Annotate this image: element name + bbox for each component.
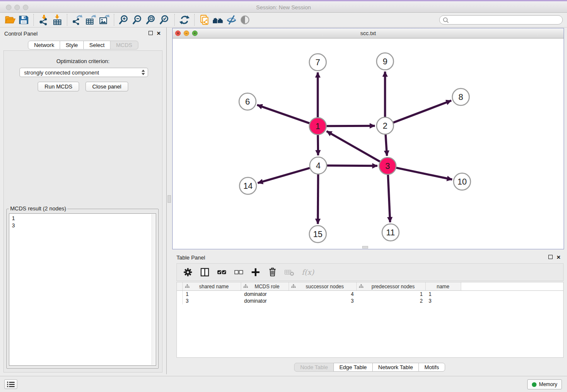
mcds-panel: Optimization criterion: strongly connect… — [3, 50, 162, 373]
float-panel-icon[interactable] — [149, 31, 153, 35]
application-window: Session: New Session — [0, 0, 567, 392]
table-body: 1dominator4113dominator323 — [177, 291, 563, 304]
save-session-icon[interactable] — [17, 14, 30, 26]
graph-edge-1-4[interactable] — [318, 135, 318, 155]
graph-node-label: 15 — [313, 229, 322, 239]
graph-node-label: 14 — [243, 181, 253, 190]
unselect-all-columns-icon[interactable] — [234, 267, 244, 277]
graph-edge-1-6[interactable] — [257, 105, 310, 123]
table-tab-node-table[interactable]: Node Table — [294, 363, 334, 372]
table-cell: 1 — [357, 291, 426, 297]
search-field[interactable] — [439, 15, 563, 25]
float-table-panel-icon[interactable] — [548, 255, 553, 259]
column-header-label: name — [428, 284, 460, 290]
window-title: Session: New Session — [0, 4, 567, 11]
graph-node-label: 10 — [457, 177, 467, 186]
column-header-predecessor-nodes[interactable]: predecessor nodes — [357, 282, 426, 290]
close-panel-icon[interactable]: ✕ — [156, 31, 161, 36]
control-panel-tabs: NetworkStyleSelectMCDS — [0, 41, 166, 50]
criterion-value: strongly connected component — [24, 69, 141, 76]
criterion-dropdown[interactable]: strongly connected component — [19, 68, 148, 77]
node-table: shared nameMCDS rolesuccessor nodesprede… — [176, 282, 564, 358]
show-columns-icon[interactable] — [200, 267, 210, 277]
graph-edge-2-3[interactable] — [385, 134, 387, 156]
graph-node-label: 8 — [458, 92, 463, 102]
add-column-icon[interactable] — [250, 267, 261, 277]
column-header-shared-name[interactable]: shared name — [183, 282, 241, 290]
table-cell: 1 — [183, 291, 241, 297]
dropdown-spinner-icon — [141, 69, 145, 75]
table-tab-network-table[interactable]: Network Table — [372, 363, 419, 372]
tab-network[interactable]: Network — [28, 41, 60, 50]
graph-edge-4-15[interactable] — [318, 174, 318, 224]
run-mcds-button[interactable]: Run MCDS — [38, 82, 79, 91]
search-input[interactable] — [449, 16, 562, 24]
preview-icon[interactable] — [238, 14, 252, 26]
column-header-successor-nodes[interactable]: successor nodes — [289, 282, 357, 290]
zoom-selected-icon[interactable] — [158, 14, 171, 26]
table-cell: 1 — [426, 291, 461, 297]
export-image-icon[interactable] — [97, 14, 111, 26]
result-scrollbar[interactable] — [151, 214, 155, 365]
graph-edge-4-14[interactable] — [258, 168, 310, 183]
zoom-in-icon[interactable] — [117, 14, 131, 26]
toolbar-separator — [33, 14, 34, 26]
search-icon — [443, 17, 449, 23]
export-network-icon[interactable] — [70, 14, 84, 26]
table-tab-edge-table[interactable]: Edge Table — [333, 363, 373, 372]
memory-button[interactable]: Memory — [527, 379, 562, 389]
close-table-panel-icon[interactable]: ✕ — [556, 255, 561, 260]
horizontal-splitter-grip[interactable] — [362, 246, 368, 248]
export-table-icon[interactable] — [84, 14, 97, 26]
tab-mcds[interactable]: MCDS — [110, 41, 138, 50]
function-builder-icon: f(x) — [301, 267, 315, 278]
column-header-label: shared name — [190, 284, 240, 290]
graph-edge-2-8[interactable] — [393, 101, 451, 123]
mcds-result-legend: MCDS result (2 nodes) — [9, 205, 67, 212]
mcds-result-box[interactable]: 1 3 — [9, 213, 156, 366]
table-header-row: shared nameMCDS rolesuccessor nodesprede… — [177, 282, 563, 291]
column-header-label: MCDS role — [248, 284, 288, 290]
select-all-columns-icon[interactable] — [217, 267, 227, 277]
tab-style[interactable]: Style — [60, 41, 84, 50]
graph-edge-3-10[interactable] — [396, 168, 452, 179]
hide-panels-icon[interactable] — [225, 14, 238, 26]
table-cell: 3 — [289, 298, 357, 304]
graph-edge-1-2[interactable] — [326, 126, 375, 126]
zoom-fit-icon[interactable] — [144, 14, 158, 26]
control-panel: Control Panel ✕ NetworkStyleSelectMCDS O… — [0, 28, 167, 374]
graph-edge-3-11[interactable] — [388, 174, 390, 222]
network-window-titlebar[interactable]: ✕ − + scc.txt — [173, 28, 564, 39]
vertical-splitter-grip[interactable] — [168, 195, 171, 203]
open-session-icon[interactable] — [3, 14, 17, 26]
column-header-label: successor nodes — [296, 284, 355, 290]
toolbar-separator — [194, 14, 195, 26]
table-row[interactable]: 1dominator411 — [177, 291, 563, 298]
column-header-mcds-role[interactable]: MCDS role — [241, 282, 289, 290]
delete-table-icon — [284, 267, 295, 277]
import-table-icon[interactable] — [50, 14, 64, 26]
graph-node-label: 3 — [385, 161, 390, 171]
session-home-icon[interactable] — [211, 14, 225, 26]
task-history-button[interactable] — [4, 379, 17, 389]
memory-status-icon — [532, 382, 537, 387]
graph-node-label: 6 — [245, 97, 250, 106]
column-type-icon — [291, 284, 296, 289]
network-canvas[interactable]: 7968124314101511 — [173, 39, 564, 249]
table-cell: 4 — [289, 291, 357, 297]
graph-node-label: 11 — [386, 228, 395, 237]
column-header-name[interactable]: name — [426, 282, 461, 290]
graph-edge-4-3[interactable] — [327, 166, 377, 166]
delete-columns-icon[interactable] — [267, 267, 278, 277]
table-row[interactable]: 3dominator323 — [177, 298, 563, 304]
tab-select[interactable]: Select — [83, 41, 110, 50]
zoom-out-icon[interactable] — [131, 14, 144, 26]
duplicate-network-icon[interactable] — [198, 14, 211, 26]
close-panel-button[interactable]: Close panel — [85, 82, 128, 91]
table-settings-icon[interactable] — [183, 267, 193, 277]
refresh-icon[interactable] — [178, 14, 191, 26]
graph-edge-3-1[interactable] — [327, 131, 380, 162]
table-tab-motifs[interactable]: Motifs — [418, 363, 445, 372]
import-network-icon[interactable] — [37, 14, 50, 26]
table-cell: dominator — [241, 298, 289, 304]
